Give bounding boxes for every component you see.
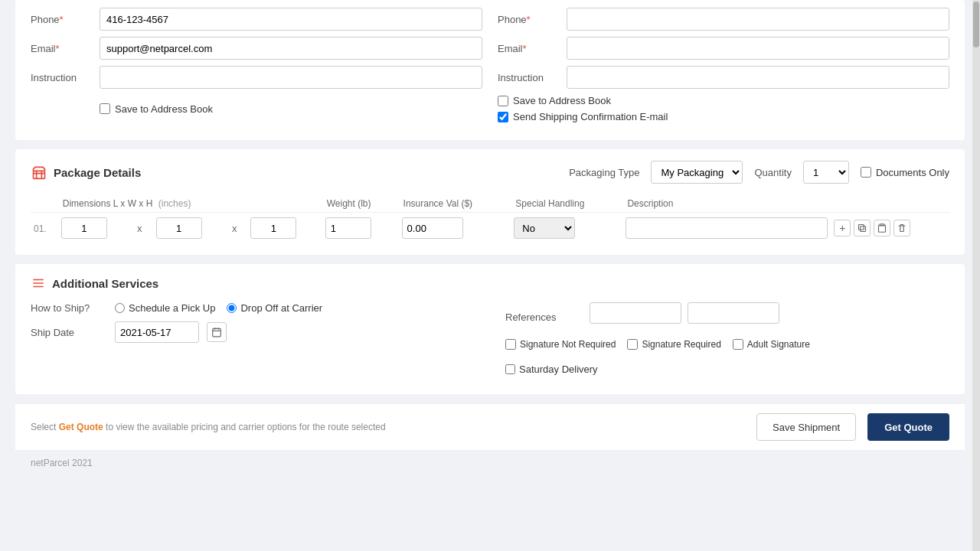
get-quote-button[interactable]: Get Quote	[867, 413, 949, 441]
shipping-method-group: Schedule a Pick Up Drop Off at Carrier	[115, 302, 322, 314]
package-table: Dimensions L x W x H (inches) Weight (lb…	[31, 195, 949, 243]
signature-not-required-label: Signature Not Required	[520, 339, 616, 350]
reference-input-2[interactable]	[688, 302, 779, 324]
sender-email-label: Email*	[31, 43, 92, 54]
adult-sig-item: Adult Signature	[733, 339, 810, 350]
recipient-email-input[interactable]	[567, 37, 949, 60]
dropoff-label: Drop Off at Carrier	[240, 302, 322, 314]
saturday-delivery-item: Saturday Delivery	[505, 364, 598, 375]
references-inputs	[590, 302, 779, 324]
scrollbar[interactable]	[972, 0, 980, 551]
sig-not-required-item: Signature Not Required	[505, 339, 616, 350]
recipient-save-address-checkbox-row: Save to Address Book	[498, 95, 611, 106]
description-input[interactable]	[626, 217, 828, 239]
svg-rect-1	[861, 227, 866, 232]
documents-only-label: Documents Only	[876, 167, 949, 178]
insurance-input[interactable]	[402, 217, 463, 239]
insurance-header: Insurance Val ($)	[399, 195, 511, 213]
adult-signature-checkbox[interactable]	[733, 339, 743, 350]
dropoff-radio[interactable]	[227, 303, 237, 313]
width-input[interactable]	[156, 217, 202, 239]
sender-instruction-label: Instruction	[31, 72, 92, 83]
pickup-radio-item: Schedule a Pick Up	[115, 302, 215, 314]
svg-rect-4	[879, 225, 886, 232]
length-input[interactable]	[61, 217, 107, 239]
recipient-save-address-checkbox[interactable]	[498, 96, 508, 106]
svg-rect-0	[34, 171, 45, 178]
pickup-label: Schedule a Pick Up	[129, 302, 215, 314]
pickup-radio[interactable]	[115, 303, 125, 313]
signature-row: Signature Not Required Signature Require…	[505, 339, 949, 356]
saturday-delivery-checkbox[interactable]	[505, 364, 515, 374]
list-icon	[31, 276, 46, 291]
send-confirmation-label: Send Shipping Confirmation E-mail	[513, 111, 668, 122]
sender-save-address-checkbox-row: Save to Address Book	[31, 103, 213, 115]
references-label: References	[505, 311, 582, 323]
package-details-title: Package Details	[54, 166, 141, 179]
dropoff-radio-item: Drop Off at Carrier	[227, 302, 322, 314]
weight-input[interactable]	[325, 217, 371, 239]
quantity-select[interactable]: 1 2 3	[803, 161, 849, 184]
dim-x-separator-2: x	[230, 223, 239, 234]
how-to-ship-row: How to Ship? Schedule a Pick Up Drop Off…	[31, 302, 475, 314]
add-row-button[interactable]: +	[834, 220, 851, 236]
signature-required-checkbox[interactable]	[627, 339, 638, 350]
sender-phone-label: Phone*	[31, 14, 92, 25]
table-row: 01. x x No Yes	[31, 213, 949, 244]
saturday-delivery-row: Saturday Delivery	[505, 364, 949, 375]
signature-not-required-checkbox[interactable]	[505, 339, 516, 350]
sender-save-address-checkbox[interactable]	[100, 103, 110, 114]
documents-only-row: Documents Only	[861, 167, 949, 178]
sender-email-input[interactable]	[100, 37, 482, 60]
weight-header: Weight (lb)	[322, 195, 399, 213]
page-footer: netParcel 2021	[15, 450, 965, 476]
row-number: 01.	[34, 223, 47, 234]
packaging-type-select[interactable]: My Packaging	[651, 161, 743, 184]
additional-services-section: Additional Services How to Ship? Schedul…	[15, 264, 965, 394]
send-confirmation-checkbox-row: Send Shipping Confirmation E-mail	[498, 111, 668, 122]
footer-hint: Select Get Quote to view the available p…	[31, 422, 386, 432]
special-handling-select[interactable]: No Yes	[514, 217, 575, 239]
signature-required-label: Signature Required	[642, 339, 720, 350]
sig-required-item: Signature Required	[627, 339, 720, 350]
quantity-label: Quantity	[754, 167, 791, 178]
documents-only-checkbox[interactable]	[861, 167, 871, 178]
get-quote-link[interactable]: Get Quote	[59, 422, 103, 432]
adult-signature-label: Adult Signature	[747, 339, 810, 350]
calendar-button[interactable]	[207, 322, 227, 342]
how-to-ship-label: How to Ship?	[31, 302, 107, 314]
package-details-section: Package Details Packaging Type My Packag…	[15, 149, 965, 255]
height-input[interactable]	[250, 217, 296, 239]
saturday-delivery-label: Saturday Delivery	[519, 364, 598, 375]
recipient-save-address-label: Save to Address Book	[513, 95, 611, 106]
paste-row-button[interactable]	[874, 220, 890, 236]
scrollbar-thumb[interactable]	[973, 2, 979, 47]
copyright-year: 2021	[72, 458, 93, 468]
references-row: References	[505, 302, 949, 331]
cursor-area	[31, 350, 475, 366]
package-icon	[31, 164, 47, 181]
ship-date-row: Ship Date	[31, 321, 475, 343]
sender-phone-input[interactable]	[100, 8, 482, 31]
recipient-instruction-input[interactable]	[567, 66, 949, 89]
recipient-phone-input[interactable]	[567, 8, 949, 31]
sender-save-address-label: Save to Address Book	[115, 103, 213, 115]
dimensions-unit: (inches)	[158, 198, 191, 209]
recipient-instruction-label: Instruction	[498, 72, 559, 83]
delete-row-button[interactable]	[893, 220, 910, 236]
dimensions-label: Dimensions L x W x H	[63, 198, 153, 209]
signature-group: Signature Not Required Signature Require…	[505, 339, 810, 350]
footer-bar: Select Get Quote to view the available p…	[15, 403, 965, 450]
recipient-email-label: Email*	[498, 43, 559, 54]
ship-date-input[interactable]	[115, 321, 199, 343]
special-handling-header: Special Handling	[511, 195, 622, 213]
packaging-type-label: Packaging Type	[569, 167, 639, 178]
recipient-phone-label: Phone*	[498, 14, 559, 25]
dim-x-separator: x	[136, 223, 144, 234]
description-header: Description	[622, 195, 831, 213]
sender-instruction-input[interactable]	[100, 66, 482, 89]
send-confirmation-checkbox[interactable]	[498, 112, 508, 122]
reference-input-1[interactable]	[590, 302, 681, 324]
copy-row-button[interactable]	[854, 220, 871, 236]
save-shipment-button[interactable]: Save Shipment	[756, 413, 856, 441]
